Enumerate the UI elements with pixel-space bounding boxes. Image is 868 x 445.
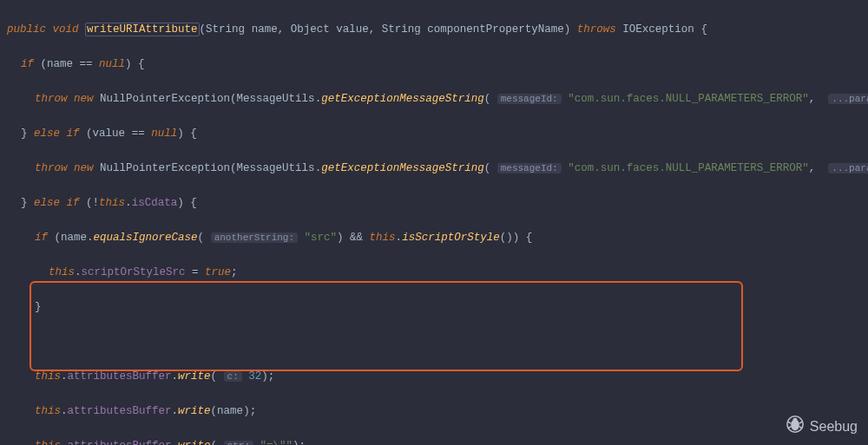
code-line: if (name == null) { xyxy=(7,56,868,73)
watermark-text: Seebug xyxy=(810,418,858,435)
inline-hint: messageId: xyxy=(497,163,562,173)
seebug-icon xyxy=(786,415,805,438)
code-line: } else if (!this.isCdata) { xyxy=(7,194,868,212)
inline-hint: str: xyxy=(224,441,253,445)
code-line: public void writeURIAttribute(String nam… xyxy=(7,21,868,38)
seebug-watermark: Seebug xyxy=(786,415,858,438)
method-declaration-name: writeURIAttribute xyxy=(85,23,200,36)
code-line: this.attributesBuffer.write( str: "=\"")… xyxy=(7,437,868,445)
code-line: throw new NullPointerException(MessageUt… xyxy=(7,160,868,177)
code-line: if (name.equalsIgnoreCase( anotherString… xyxy=(7,229,868,246)
inline-hint: ...params: xyxy=(828,163,868,173)
code-line xyxy=(7,333,868,350)
code-line: this.attributesBuffer.write( c: 32); xyxy=(7,368,868,385)
code-line: } xyxy=(7,298,868,316)
code-line: } else if (value == null) { xyxy=(7,125,868,142)
inline-hint: c: xyxy=(224,371,242,382)
code-line: this.attributesBuffer.write(name); xyxy=(7,402,868,420)
svg-point-2 xyxy=(793,419,797,422)
code-line: this.scriptOrStyleSrc = true; xyxy=(7,264,868,281)
inline-hint: ...params: xyxy=(828,94,868,104)
inline-hint: messageId: xyxy=(497,94,562,104)
keyword-public: public xyxy=(7,23,46,36)
keyword-void: void xyxy=(53,23,79,36)
code-line: throw new NullPointerException(MessageUt… xyxy=(7,90,868,108)
code-editor[interactable]: public void writeURIAttribute(String nam… xyxy=(0,0,868,445)
inline-hint: anotherString: xyxy=(211,232,298,243)
